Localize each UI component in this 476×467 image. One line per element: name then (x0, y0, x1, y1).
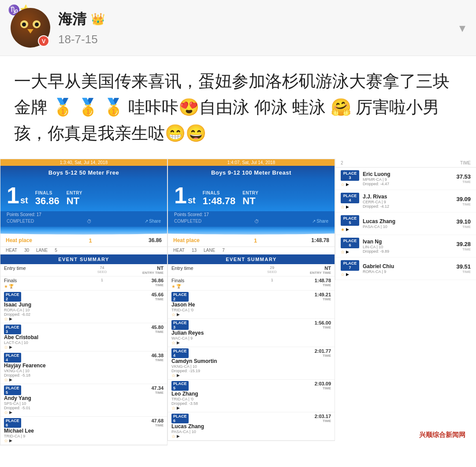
mid-entry-time-val: NT ENTRY TIME (286, 264, 335, 276)
right-row-icons: ☆ ▶ (341, 272, 359, 277)
right-row-icons: ☆ ▶ (341, 250, 359, 254)
left-swimmer-4-info: PLACE5 Andy Yang SPS-CA | 10 Dropped: -5… (0, 384, 87, 416)
table-row: PLACE5 Leo Zhang TRID-CA | '0 Dropped: -… (168, 379, 335, 412)
right-row-icons: ☆ ▶ (341, 205, 359, 209)
left-result-grid: FINALS 36.86 ENTRY NT (35, 191, 82, 207)
mid-wave (168, 227, 335, 235)
right-place-tag: PLACE7 (341, 260, 359, 271)
left-swimmer-3-seed (87, 351, 117, 384)
mid-place-badge: 1 st (174, 184, 196, 207)
left-swimmer-4-dropped: Dropped: -5.01 (4, 406, 84, 410)
right-swimmer-time-col: 37.53 TIME (456, 173, 471, 184)
place-tag: PLACE6 (171, 414, 189, 423)
list-item: PLACE6 ☆ ▶ Ivan Ng LIN-CA | 10 Dropped: … (335, 235, 476, 258)
left-swimmer-4-name: Andy Yang (4, 395, 84, 401)
arrow-icon: ▶ (177, 434, 180, 438)
mid-swimmer-3-info: PLACE4 Camdyn Sumortin VKNG-CA | 10 Drop… (168, 347, 258, 379)
card-left: 1:3:40, Sat, Jul 14, 2018 Boys 5-12 50 M… (0, 159, 167, 445)
left-swimmer-1-club: RORA-CA | 10 (4, 308, 84, 312)
mid-swimmer-1-time: 1:49.21 TIME (286, 290, 335, 318)
right-swimmer-name: Eric Luong (363, 171, 390, 177)
mid-heat-info: Heat place 1 1:48.78 (168, 235, 335, 247)
table-row: PLACE4 Camdyn Sumortin VKNG-CA | 10 Drop… (168, 347, 335, 379)
star-icon: ☆ (4, 317, 8, 321)
right-swimmer-time-col: 39.09 TIME (456, 196, 471, 206)
left-date-bar: 1:3:40, Sat, Jul 14, 2018 (0, 159, 167, 166)
right-header-left: 2 (341, 161, 343, 165)
right-swimmer-dropped: Dropped: -4.47 (363, 182, 390, 186)
mid-summary-table: Entry time 29 SEED NT ENTRY TIME Finals (168, 264, 335, 441)
star-icon: ☆ (4, 438, 8, 443)
right-swimmer-time: 37.53 (456, 173, 471, 180)
star-icon: ☆ (4, 345, 8, 350)
arrow-icon: ▶ (346, 205, 349, 209)
left-swimmer-4-club: SPS-CA | 10 (4, 401, 84, 406)
left-swimmer-4-icons: ☆ ▶ (4, 410, 84, 415)
left-points: Points Scored: 17 (0, 211, 167, 218)
mid-swimmer-2-icons: ☆ ▶ (171, 340, 254, 345)
star-icon: ☆ (171, 434, 175, 439)
place-tag: PLACE5 (4, 385, 21, 395)
right-place-tag: PLACE4 (341, 193, 359, 203)
mid-completed: COMPLETED ⏱ ↗ Share (168, 218, 335, 227)
right-swimmer-club: RORA-CA | 9 (363, 269, 394, 274)
right-place-tag: PLACE5 (341, 215, 359, 226)
left-swimmer-5-icons: ☆ ▶ (4, 438, 84, 443)
star-icon: ☆ (341, 205, 345, 209)
right-row-icons: ☆ ▶ (341, 182, 359, 187)
arrow-icon: ▶ (346, 272, 349, 276)
left-entry-value: NT (67, 195, 82, 207)
mid-swimmer-5-info: PLACE6 Lucas Zhang PASA-CA | 10 ☆ ▶ (168, 412, 258, 440)
star-icon: ☆ (341, 182, 345, 187)
mid-share-btn[interactable]: ↗ Share (312, 219, 328, 224)
mid-entry-time-row: Entry time 29 SEED NT ENTRY TIME (168, 264, 335, 276)
left-swimmer-1-info: PLACE2 Isaac Jung RORA-CA | 10 Dropped: … (0, 290, 87, 323)
place-tag: PLACE5 (171, 381, 189, 391)
mid-swimmer-4-club: TRID-CA | '0 (171, 397, 254, 401)
user-details: 海清 👑 18-7-15 (58, 10, 105, 46)
left-swimmer-2-icons: ☆ ▶ (4, 345, 84, 350)
place-tag: PLACE2 (171, 292, 189, 302)
mid-place-num: 1 (174, 184, 187, 207)
left-swimmer-1-dropped: Dropped: -6.02 (4, 312, 84, 317)
list-item: PLACE3 ☆ ▶ Eric Luong MPMR-CA | 9 Droppe… (335, 168, 476, 190)
mid-swimmer-1-club: TRID-CA | '0 (171, 308, 254, 312)
left-swimmer-4-time: 47.34 TIME (117, 384, 167, 416)
right-swimmer-time: 39.09 (456, 196, 471, 202)
right-swimmer-time-col: 39.51 TIME (456, 263, 471, 274)
cards-row: 1:3:40, Sat, Jul 14, 2018 Boys 5-12 50 M… (0, 159, 476, 445)
verified-badge: V (38, 35, 49, 47)
place-tag: PLACE2 (4, 292, 21, 302)
mid-swimmer-4-time: 2:03.09 TIME (286, 379, 335, 412)
arrow-icon: ▶ (9, 438, 12, 443)
star-icon: ★ (4, 284, 8, 289)
left-finals-row-label: Finals ★ 🏆 (0, 276, 87, 290)
left-share-btn[interactable]: ↗ Share (145, 219, 161, 224)
star-icon: ☆ (341, 250, 345, 254)
arrow-icon: ▶ (9, 377, 12, 382)
username: 海清 (58, 10, 86, 29)
crown-icon: 👑 (91, 12, 105, 26)
card-middle: 1:4:07, Sat, Jul 14, 2018 Boys 9-12 100 … (167, 159, 335, 441)
right-swimmer-dropped: Dropped: -4.12 (363, 204, 389, 209)
mid-swimmer-5-club: PASA-CA | 10 (171, 430, 254, 434)
star-icon: ☆ (4, 377, 8, 382)
left-heat-num-label: HEAT (6, 248, 17, 253)
right-swimmer-name: J.J. Rivas (363, 194, 389, 200)
left-swimmer-1-icons: ☆ ▶ (4, 317, 84, 321)
left-swimmer-3-icons: ☆ ▶ (4, 377, 84, 382)
right-panel-header: 2 TIME (335, 159, 476, 168)
mid-swimmer-5-icons: ☆ ▶ (171, 434, 254, 439)
mid-swimmer-1-seed (258, 290, 286, 318)
footer-brand: 兴顺综合新闻网 (416, 430, 469, 440)
mid-swimmer-5-time: 2:03.17 TIME (286, 412, 335, 440)
mid-finals-row: Finals ★ 🏆 1 1:48.78 TIME (168, 276, 335, 290)
left-heat-place-label: Heat place (6, 237, 32, 243)
mid-entry-value: NT (242, 195, 258, 207)
chevron-down-icon[interactable]: ▾ (459, 21, 465, 35)
place-tag: PLACE3 (4, 325, 21, 334)
star-icon: ☆ (4, 410, 8, 415)
star-icon: ★ (171, 284, 175, 289)
mid-swimmer-2-info: PLACE3 Julian Reyes WAC-CA | 9 ☆ ▶ (168, 318, 258, 347)
table-row: PLACE6 Michael Lee TRID-CA | 9 ☆ ▶ 47.68… (0, 416, 167, 445)
